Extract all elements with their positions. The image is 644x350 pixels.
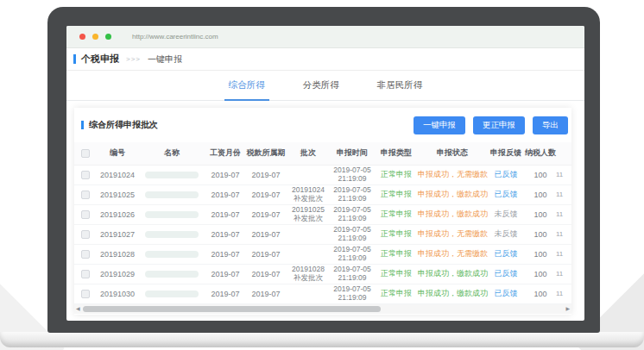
cell-salary-month: 2019-07 bbox=[205, 204, 245, 224]
tab-classified-income[interactable]: 分类所得 bbox=[299, 71, 344, 101]
column-header: 税款所属期 bbox=[245, 142, 287, 165]
cell-declare-type: 正常申报 bbox=[375, 244, 418, 264]
cell-tax-period: 2019-07 bbox=[245, 284, 287, 303]
column-header: 申报状态 bbox=[418, 142, 487, 165]
column-header: 编号 bbox=[97, 142, 138, 165]
url-text[interactable]: http://www.careerintlinc.com bbox=[132, 33, 218, 41]
scroll-left-icon[interactable]: ◀ bbox=[76, 305, 80, 311]
cell-tax-period: 2019-07 bbox=[245, 224, 287, 244]
minimize-window-icon[interactable] bbox=[92, 34, 98, 40]
cell-batch-id: 20191029 bbox=[97, 264, 138, 284]
cell-batch bbox=[287, 244, 330, 264]
cell-declare-type: 正常申报 bbox=[375, 204, 418, 224]
cell-batch-id: 20191026 bbox=[97, 204, 138, 224]
table-row: 201910262019-072019-0720191025 补发批次2019-… bbox=[74, 204, 571, 224]
cell-declare-status: 申报成功，无需缴款 bbox=[418, 165, 487, 184]
cell-name bbox=[138, 204, 205, 224]
tab-nonresident-income[interactable]: 非居民所得 bbox=[373, 71, 427, 101]
clipped-column-header bbox=[556, 142, 571, 165]
cell-clipped-value: 11 bbox=[556, 284, 571, 303]
row-select-cell bbox=[74, 224, 97, 244]
cell-batch-id: 20191030 bbox=[97, 284, 138, 303]
cell-declare-time: 2019-07-05 21:19:09 bbox=[330, 284, 375, 303]
batch-table: 编号名称工资月份税款所属期批次申报时间申报类型申报状态申报反馈纳税人数 2019… bbox=[74, 142, 571, 304]
table-row: 201910302019-072019-072019-07-05 21:19:0… bbox=[74, 284, 571, 303]
cell-clipped-value: 11 bbox=[556, 184, 571, 204]
cell-batch-id: 20191025 bbox=[97, 184, 138, 204]
correction-file-button[interactable]: 更正申报 bbox=[473, 116, 525, 134]
accent-bar-icon bbox=[81, 121, 84, 129]
redacted-name-placeholder bbox=[145, 172, 199, 178]
cell-name bbox=[138, 184, 205, 204]
column-header: 纳税人数 bbox=[525, 142, 556, 165]
row-select-cell bbox=[74, 284, 97, 303]
cell-declare-type: 正常申报 bbox=[375, 165, 418, 184]
table-row: 201910272019-072019-072019-07-05 21:19:0… bbox=[74, 224, 571, 244]
row-checkbox[interactable] bbox=[81, 230, 90, 239]
cell-name bbox=[138, 224, 205, 244]
tab-comprehensive-income[interactable]: 综合所得 bbox=[224, 71, 269, 101]
cell-declare-time: 2019-07-05 21:19:09 bbox=[330, 244, 375, 264]
cell-declare-type: 正常申报 bbox=[375, 284, 418, 303]
table-header-row: 编号名称工资月份税款所属期批次申报时间申报类型申报状态申报反馈纳税人数 bbox=[74, 142, 571, 165]
cell-declare-status: 申报成功，缴款成功 bbox=[418, 284, 487, 303]
laptop-bezel: http://www.careerintlinc.com 个税申报 >>> 一键… bbox=[47, 7, 600, 333]
table-body: 201910242019-072019-072019-07-05 21:19:0… bbox=[74, 165, 571, 303]
cell-clipped-value: 11 bbox=[556, 224, 571, 244]
select-all-checkbox[interactable] bbox=[81, 149, 90, 158]
cell-taxpayer-count: 100 bbox=[525, 264, 556, 284]
cell-name bbox=[138, 284, 205, 303]
cell-declare-type: 正常申报 bbox=[375, 224, 418, 244]
cell-salary-month: 2019-07 bbox=[205, 264, 245, 284]
cell-declare-status: 申报成功，无需缴款 bbox=[418, 244, 487, 264]
maximize-window-icon[interactable] bbox=[105, 34, 111, 40]
one-click-file-button[interactable]: 一键申报 bbox=[414, 116, 465, 134]
cell-salary-month: 2019-07 bbox=[205, 165, 245, 184]
cell-batch: 20191028 补发批次 bbox=[287, 264, 330, 284]
cell-salary-month: 2019-07 bbox=[205, 184, 245, 204]
cell-name bbox=[138, 264, 205, 284]
row-checkbox[interactable] bbox=[81, 290, 90, 298]
cell-batch: 20191025 补发批次 bbox=[287, 204, 330, 224]
cell-batch-id: 20191027 bbox=[97, 224, 138, 244]
cell-declare-type: 正常申报 bbox=[375, 264, 418, 284]
cell-declare-type: 正常申报 bbox=[375, 184, 418, 204]
cell-declare-time: 2019-07-05 21:19:09 bbox=[330, 184, 375, 204]
row-checkbox[interactable] bbox=[81, 250, 90, 259]
select-all-cell bbox=[74, 142, 97, 165]
horizontal-scrollbar[interactable]: ◀ ▶ bbox=[74, 304, 571, 314]
cell-feedback: 已反馈 bbox=[487, 165, 525, 184]
cell-batch bbox=[287, 165, 330, 184]
redacted-name-placeholder bbox=[145, 191, 199, 198]
column-header: 工资月份 bbox=[205, 142, 245, 165]
table-row: 201910242019-072019-072019-07-05 21:19:0… bbox=[74, 165, 571, 184]
tab-bar: 综合所得 分类所得 非居民所得 bbox=[66, 71, 584, 101]
scrollbar-thumb[interactable] bbox=[83, 306, 381, 312]
column-header: 名称 bbox=[138, 142, 205, 165]
row-checkbox[interactable] bbox=[81, 191, 90, 199]
row-checkbox[interactable] bbox=[81, 171, 90, 179]
scroll-right-icon[interactable]: ▶ bbox=[565, 305, 570, 311]
cell-feedback: 已反馈 bbox=[487, 264, 525, 284]
cell-salary-month: 2019-07 bbox=[205, 224, 245, 244]
browser-chrome-bar: http://www.careerintlinc.com bbox=[66, 26, 584, 48]
cell-taxpayer-count: 100 bbox=[525, 204, 556, 224]
row-checkbox[interactable] bbox=[81, 270, 90, 278]
close-window-icon[interactable] bbox=[79, 34, 85, 40]
row-checkbox[interactable] bbox=[81, 210, 90, 219]
cell-taxpayer-count: 100 bbox=[525, 284, 556, 303]
export-button[interactable]: 导出 bbox=[533, 116, 568, 134]
cell-taxpayer-count: 100 bbox=[525, 184, 556, 204]
cell-clipped-value: 11 bbox=[556, 264, 571, 284]
cell-declare-status: 申报成功，无需缴款 bbox=[418, 224, 487, 244]
cell-clipped-value: 11 bbox=[556, 244, 571, 264]
cell-tax-period: 2019-07 bbox=[245, 244, 287, 264]
table-row: 201910292019-072019-0720191028 补发批次2019-… bbox=[74, 264, 571, 284]
table-row: 201910282019-072019-072019-07-05 21:19:0… bbox=[74, 244, 571, 264]
cell-batch bbox=[287, 224, 330, 244]
cell-declare-time: 2019-07-05 21:19:09 bbox=[330, 204, 375, 224]
cell-taxpayer-count: 100 bbox=[525, 224, 556, 244]
cell-clipped-value: 11 bbox=[556, 165, 571, 184]
cell-tax-period: 2019-07 bbox=[245, 165, 287, 184]
cell-salary-month: 2019-07 bbox=[205, 244, 245, 264]
